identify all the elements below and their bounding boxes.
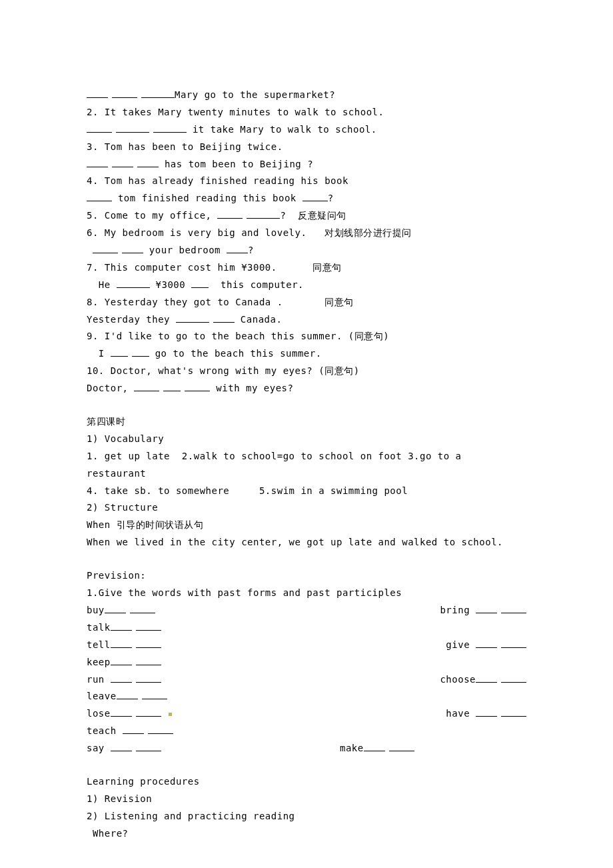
- blank[interactable]: [185, 381, 210, 391]
- blank[interactable]: [123, 724, 144, 734]
- blank[interactable]: [141, 88, 175, 98]
- exercise-9-line1: 9. I'd like to go to the beach this summ…: [87, 328, 526, 345]
- blank[interactable]: [111, 655, 132, 665]
- blank[interactable]: [111, 621, 132, 631]
- blank[interactable]: [93, 243, 118, 253]
- word-keep: keep: [87, 657, 111, 667]
- blank[interactable]: [111, 638, 132, 648]
- blank[interactable]: [476, 603, 497, 613]
- word-lose: lose: [87, 708, 111, 719]
- blank[interactable]: [501, 707, 526, 717]
- exercise-3-line2: has tom been to Beijing ?: [87, 156, 526, 173]
- blank[interactable]: [176, 313, 209, 323]
- text: ?: [328, 193, 334, 203]
- exercise-6-line2: your bedroom ?: [87, 242, 526, 259]
- text: Doctor,: [87, 383, 134, 393]
- word-give: give: [446, 639, 476, 650]
- exercise-4-line2: tom finished reading this book ?: [87, 190, 526, 207]
- page-marker-icon: [169, 713, 172, 716]
- text: it take Mary to walk to school.: [187, 124, 377, 135]
- blank[interactable]: [476, 707, 497, 717]
- struct1: When 引导的时间状语从句: [87, 517, 526, 534]
- blank[interactable]: [130, 603, 155, 613]
- exercise-3-line1: 3. Tom has been to Beijing twice.: [87, 139, 526, 156]
- blank[interactable]: [105, 603, 126, 613]
- word-row-keep: keep: [87, 654, 526, 671]
- blank[interactable]: [247, 209, 280, 219]
- blank[interactable]: [137, 157, 159, 167]
- procedures-item3: Where?: [87, 825, 526, 843]
- text: 5. Come to my office,: [87, 210, 217, 221]
- blank[interactable]: [501, 638, 526, 648]
- text: Yesterday they: [87, 314, 176, 325]
- blank[interactable]: [134, 381, 159, 391]
- blank[interactable]: [117, 278, 150, 288]
- word-row-teach: teach: [87, 723, 526, 740]
- prevision-instruction: 1.Give the words with past forms and pas…: [87, 585, 526, 602]
- procedures-item1: 1) Revision: [87, 791, 526, 808]
- blank[interactable]: [217, 209, 243, 219]
- word-row-say-make: say make: [87, 740, 526, 757]
- word-talk: talk: [87, 622, 111, 633]
- blank[interactable]: [213, 313, 235, 323]
- prevision-title: Prevision:: [87, 567, 526, 585]
- blank[interactable]: [191, 278, 209, 288]
- text: Canada.: [235, 314, 282, 325]
- vocab-title: 1) Vocabulary: [87, 431, 526, 448]
- exercise-2-line2: it take Mary to walk to school.: [87, 121, 526, 139]
- blank[interactable]: [116, 123, 149, 133]
- text: ?: [248, 245, 254, 255]
- word-row-leave: leave: [87, 688, 526, 705]
- blank[interactable]: [111, 741, 132, 751]
- blank[interactable]: [111, 347, 128, 357]
- blank[interactable]: [136, 741, 161, 751]
- text: Mary go to the supermarket?: [175, 89, 335, 100]
- word-row-talk: talk: [87, 619, 526, 637]
- blank[interactable]: [136, 707, 161, 717]
- blank[interactable]: [111, 707, 132, 717]
- word-make: make: [340, 743, 364, 753]
- struct-title: 2) Structure: [87, 499, 526, 517]
- blank[interactable]: [87, 88, 108, 98]
- struct2: When we lived in the city center, we got…: [87, 534, 526, 551]
- blank[interactable]: [227, 243, 248, 253]
- blank[interactable]: [501, 673, 526, 683]
- blank[interactable]: [476, 673, 497, 683]
- blank[interactable]: [122, 243, 143, 253]
- blank[interactable]: [136, 621, 161, 631]
- text: with my eyes?: [210, 383, 293, 393]
- text: this computer.: [209, 279, 304, 290]
- text: go to the beach this summer.: [149, 348, 322, 359]
- lesson4-title: 第四课时: [87, 413, 526, 431]
- blank[interactable]: [87, 157, 108, 167]
- blank[interactable]: [112, 88, 137, 98]
- blank[interactable]: [148, 724, 173, 734]
- word-row-lose-have: lose have: [87, 705, 526, 723]
- word-say: say: [87, 743, 111, 753]
- blank[interactable]: [111, 673, 132, 683]
- blank[interactable]: [163, 381, 181, 391]
- blank[interactable]: [142, 689, 167, 699]
- blank[interactable]: [112, 157, 133, 167]
- blank[interactable]: [136, 655, 161, 665]
- blank[interactable]: [476, 638, 497, 648]
- text: ? 反意疑问句: [280, 210, 346, 221]
- blank[interactable]: [136, 673, 161, 683]
- exercise-10-line2: Doctor, with my eyes?: [87, 380, 526, 397]
- blank[interactable]: [153, 123, 187, 133]
- blank[interactable]: [132, 347, 149, 357]
- word-have: have: [446, 708, 476, 719]
- word-leave: leave: [87, 691, 117, 701]
- blank[interactable]: [364, 741, 385, 751]
- blank[interactable]: [117, 689, 138, 699]
- blank[interactable]: [501, 603, 526, 613]
- exercise-7-line1: 7. This computer cost him ¥3000. 同意句: [87, 259, 526, 277]
- blank[interactable]: [87, 191, 112, 201]
- blank[interactable]: [389, 741, 414, 751]
- exercise-1-line2: Mary go to the supermarket?: [87, 87, 526, 104]
- blank[interactable]: [136, 638, 161, 648]
- blank[interactable]: [87, 123, 112, 133]
- blank[interactable]: [303, 191, 328, 201]
- exercise-4-line1: 4. Tom has already finished reading his …: [87, 173, 526, 190]
- text: tom finished reading this book: [112, 193, 303, 203]
